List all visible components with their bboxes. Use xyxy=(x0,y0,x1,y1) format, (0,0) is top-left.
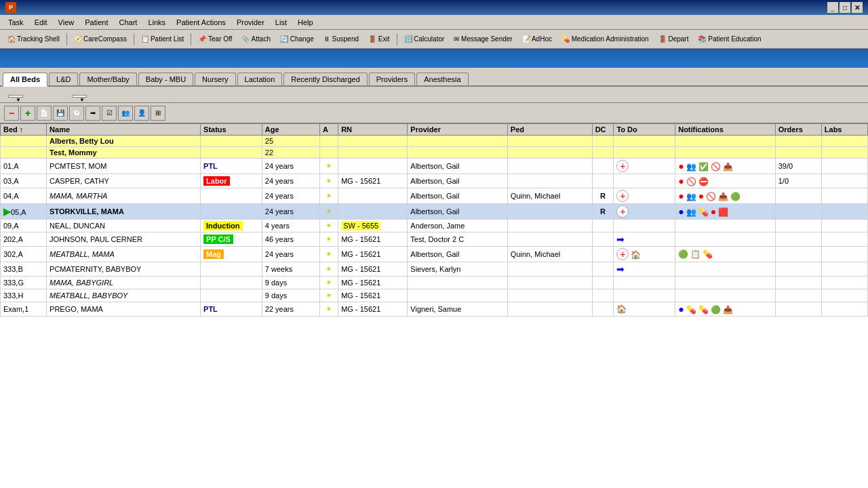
col-ped[interactable]: Ped xyxy=(507,124,592,136)
col-a[interactable]: A xyxy=(319,124,338,136)
patient-selector[interactable]: ▼ xyxy=(8,95,23,98)
notif-icon-green3: 🟢 xyxy=(711,305,721,314)
menu-provider[interactable]: Provider xyxy=(231,17,270,28)
col-provider[interactable]: Provider xyxy=(408,124,508,136)
toolbar-exit[interactable]: 🚪 Exit xyxy=(363,33,394,45)
toolbar-carecompass[interactable]: 🧭CareCompass xyxy=(69,33,132,45)
table-row[interactable]: 302,A MEATBALL, MAMA Mag 24 years ✴ MG -… xyxy=(1,247,868,262)
menu-view[interactable]: View xyxy=(53,17,80,28)
tab-lactation[interactable]: Lactation xyxy=(237,73,283,85)
col-orders[interactable]: Orders xyxy=(775,124,821,136)
col-status[interactable]: Status xyxy=(201,124,262,136)
col-todo[interactable]: To Do xyxy=(614,124,675,136)
menu-chart[interactable]: Chart xyxy=(114,17,143,28)
tab-all-beds[interactable]: All Beds xyxy=(3,73,47,87)
cell-status xyxy=(201,262,262,277)
table-row[interactable]: 03,A CASPER, CATHY Labor 24 years ✴ MG -… xyxy=(1,174,868,188)
toolbar-calculator[interactable]: 🔢 Calculator xyxy=(399,33,450,45)
toolbar-patient-list[interactable]: 📋Patient List xyxy=(136,33,189,45)
col-dc[interactable]: DC xyxy=(592,124,614,136)
table-row[interactable]: 333,G MAMA, BABYGIRL 9 days ✴ MG - 15621 xyxy=(1,277,868,289)
cell-labs xyxy=(821,220,867,232)
menu-patient[interactable]: Patient xyxy=(79,17,113,28)
table-row[interactable]: Alberts, Betty Lou 25 xyxy=(1,136,868,147)
cell-todo: + xyxy=(614,188,675,204)
patient-name: JOHNSON, PAUL CERNER xyxy=(50,235,142,243)
cell-labs xyxy=(821,262,867,277)
toolbar-adhoc[interactable]: 📝 AdHoc xyxy=(517,33,557,45)
cell-todo xyxy=(614,147,675,159)
table-row[interactable]: Exam,1 PREGO, MAMA PTL 22 years ✴ MG - 1… xyxy=(1,302,868,317)
action-save[interactable]: 💾 xyxy=(53,106,68,121)
tab-baby-mbu[interactable]: Baby - MBU xyxy=(138,73,193,85)
toolbar-depart[interactable]: 🚪 Depart xyxy=(654,33,694,45)
toolbar-message-sender[interactable]: ✉ Message Sender xyxy=(449,33,517,45)
notif-icon-export: 📤 xyxy=(723,162,733,171)
cell-orders: 1/0 xyxy=(775,174,821,188)
cell-provider xyxy=(408,147,508,159)
menu-links[interactable]: Links xyxy=(142,17,171,28)
action-green-plus[interactable]: + xyxy=(20,106,35,121)
sun-icon: ✴ xyxy=(326,161,332,171)
cell-name: JOHNSON, PAUL CERNER xyxy=(47,232,201,247)
cell-a: ✴ xyxy=(319,220,338,232)
window-close[interactable]: ✕ xyxy=(852,2,863,13)
toolbar-attach[interactable]: 📎 Attach xyxy=(237,33,275,45)
col-age[interactable]: Age xyxy=(262,124,319,136)
action-red-minus[interactable]: − xyxy=(4,106,19,121)
table-row[interactable]: 202,A JOHNSON, PAUL CERNER PP C/S 46 yea… xyxy=(1,232,868,247)
col-rn[interactable]: RN xyxy=(338,124,408,136)
table-row[interactable]: 333,B PCMATERNITY, BABYBOY 7 weeks ✴ MG … xyxy=(1,262,868,277)
table-row[interactable]: 333,H MEATBALL, BABYBOY 9 days ✴ MG - 15… xyxy=(1,289,868,302)
action-clock[interactable]: 🕐 xyxy=(69,106,84,121)
toolbar-tear-off[interactable]: 📌 Tear Off xyxy=(193,33,237,45)
cell-name: MEATBALL, MAMA xyxy=(47,247,201,262)
toolbar-change[interactable]: 🔄 Change xyxy=(275,33,319,45)
tab-providers[interactable]: Providers xyxy=(369,73,415,85)
col-notifications[interactable]: Notifications xyxy=(675,124,776,136)
action-person[interactable]: 👤 xyxy=(134,106,149,121)
cell-a: ✴ xyxy=(319,247,338,262)
window-minimize[interactable]: _ xyxy=(827,2,838,13)
tab-nursery[interactable]: Nursery xyxy=(195,73,236,85)
tab-ld[interactable]: L&D xyxy=(49,73,78,85)
filter-selector[interactable]: ▼ xyxy=(72,95,87,98)
notif-icon-red-circle: ● xyxy=(678,161,684,171)
menu-patient-actions[interactable]: Patient Actions xyxy=(171,17,231,28)
cell-notifications xyxy=(675,232,776,247)
toolbar-tracking-shell[interactable]: 🏠Tracking Shell xyxy=(3,33,64,45)
col-name[interactable]: Name xyxy=(47,124,201,136)
cell-todo xyxy=(614,220,675,232)
table-row[interactable]: Test, Mommy 22 xyxy=(1,147,868,159)
action-grid[interactable]: ⊞ xyxy=(151,106,165,121)
action-arrow-right[interactable]: ➡ xyxy=(85,106,100,121)
action-page[interactable]: 📄 xyxy=(37,106,52,121)
cell-ped xyxy=(507,232,592,247)
cell-orders xyxy=(775,247,821,262)
action-group[interactable]: 👥 xyxy=(118,106,133,121)
tab-anesthesia[interactable]: Anesthesia xyxy=(416,73,468,85)
notif-icon-check: ✅ xyxy=(698,162,709,171)
table-row[interactable]: 04,A MAMA, MARTHA 24 years ✴ Albertson, … xyxy=(1,188,868,204)
menu-help[interactable]: Help xyxy=(292,17,319,28)
toolbar-medication-admin[interactable]: 💊 Medication Administration xyxy=(557,33,654,45)
tab-recently-discharged[interactable]: Recently Discharged xyxy=(283,73,368,85)
cell-todo: ➡ xyxy=(614,262,675,277)
tab-motherbaby[interactable]: Mother/Baby xyxy=(79,73,136,85)
menu-task[interactable]: Task xyxy=(3,17,29,28)
table-row[interactable]: ▶05,A STORKVILLE, MAMA 24 years ✴ Albert… xyxy=(1,204,868,220)
action-check-list[interactable]: ☑ xyxy=(102,106,117,121)
table-row[interactable]: 01,A PCMTEST, MOM PTL 24 years ✴ Alberts… xyxy=(1,159,868,174)
col-bed[interactable]: Bed ↑ xyxy=(1,124,47,136)
patient-label: ▼ xyxy=(5,91,23,99)
cell-dc: R xyxy=(592,188,614,204)
toolbar-patient-education[interactable]: 📚 Patient Education xyxy=(693,33,766,45)
menu-list[interactable]: List xyxy=(270,17,292,28)
notif-icon-green2: 🟢 xyxy=(678,249,688,259)
cell-ped xyxy=(507,204,592,220)
toolbar-suspend[interactable]: ⏸ Suspend xyxy=(319,33,363,45)
col-labs[interactable]: Labs xyxy=(821,124,867,136)
menu-edit[interactable]: Edit xyxy=(29,17,53,28)
window-maximize[interactable]: □ xyxy=(840,2,850,13)
table-row[interactable]: 09,A NEAL, DUNCAN Induction 4 years ✴ SW… xyxy=(1,220,868,232)
